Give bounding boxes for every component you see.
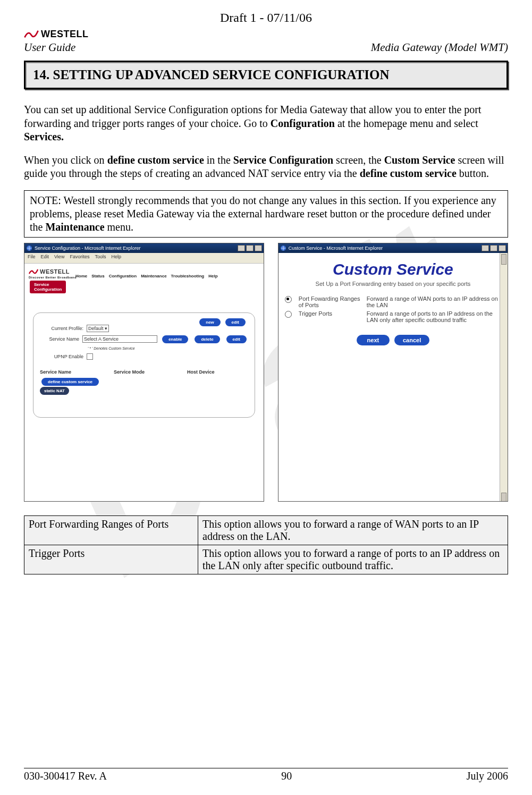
draft-header: Draft 1 - 07/11/06	[24, 11, 508, 25]
window-titlebar: Service Configuration - Microsoft Intern…	[24, 243, 264, 253]
upnp-checkbox[interactable]	[87, 353, 93, 360]
ie-icon	[280, 245, 286, 251]
static-nat-button[interactable]: static NAT	[40, 387, 69, 395]
opt1-desc: Forward a range of WAN ports to an IP ad…	[367, 295, 501, 308]
col-service-mode: Service Mode	[114, 369, 145, 375]
current-profile-select[interactable]: Default ▾	[87, 325, 109, 332]
service-name-label: Service Name	[40, 336, 79, 342]
service-panel: new edit Current Profile: Default ▾ Serv…	[33, 312, 255, 418]
section-title: 14. SETTING UP ADVANCED SERVICE CONFIGUR…	[33, 67, 499, 82]
radio-trigger-ports[interactable]	[285, 311, 292, 318]
top-nav[interactable]: Home Status Configuration Maintenance Tr…	[75, 274, 260, 278]
minimize-icon[interactable]	[482, 245, 489, 251]
cancel-button[interactable]: cancel	[394, 335, 429, 345]
model-label: Media Gateway (Model WMT)	[371, 41, 508, 54]
note-box: NOTE: Westell strongly recommends that y…	[24, 190, 508, 238]
maximize-icon[interactable]	[490, 245, 497, 251]
cell-opt2-name: Trigger Ports	[24, 545, 198, 574]
options-table: Port Forwarding Ranges of Ports This opt…	[24, 515, 508, 574]
page-footer: 030-300417 Rev. A 90 July 2006	[24, 770, 508, 782]
screenshot-service-config: Service Configuration - Microsoft Intern…	[24, 243, 264, 502]
westell-logo: WESTELL	[24, 28, 89, 40]
westell-swoosh-icon	[29, 268, 38, 275]
delete-button[interactable]: delete	[195, 335, 219, 343]
cell-opt2-desc: This option allows you to forward a rang…	[198, 545, 508, 574]
upnp-label: UPNP Enable	[40, 354, 83, 359]
user-guide-label: User Guide	[24, 41, 75, 54]
maximize-icon[interactable]	[246, 245, 254, 251]
cell-opt1-desc: This option allows you to forward a rang…	[198, 515, 508, 545]
enable-button[interactable]: enable	[162, 335, 188, 343]
custom-service-heading: Custom Service	[285, 260, 501, 278]
footer-rule	[24, 768, 508, 768]
tab-service-configuration[interactable]: ServiceConfiguration	[30, 281, 66, 293]
new-button[interactable]: new	[199, 318, 221, 326]
minimize-icon[interactable]	[238, 245, 245, 251]
window-titlebar-2: Custom Service - Microsoft Internet Expl…	[278, 243, 508, 253]
footer-left: 030-300417 Rev. A	[24, 770, 107, 782]
col-host-device: Host Device	[187, 369, 215, 375]
screenshot-custom-service: Custom Service - Microsoft Internet Expl…	[278, 243, 508, 502]
ie-icon	[26, 245, 32, 251]
define-custom-service-button[interactable]: define custom service	[41, 378, 99, 386]
window-title-2: Custom Service - Microsoft Internet Expl…	[289, 246, 383, 251]
radio-port-forwarding[interactable]	[285, 296, 292, 303]
table-row: Port Forwarding Ranges of Ports This opt…	[24, 515, 508, 545]
opt2-desc: Forward a range of ports to an IP addres…	[367, 310, 501, 323]
app-logo: WESTELL Discover Better Broadband	[29, 268, 77, 279]
table-row: Trigger Ports This option allows you to …	[24, 545, 508, 574]
window-title: Service Configuration - Microsoft Intern…	[35, 246, 141, 251]
footer-right: July 2006	[467, 770, 508, 782]
denotes-note: ' * ' Denotes Custom Service	[88, 346, 248, 350]
paragraph-1: You can set up additional Service Config…	[24, 103, 508, 144]
service-name-select[interactable]: Select A Service	[82, 335, 157, 343]
edit-button-2[interactable]: edit	[226, 335, 247, 343]
next-button[interactable]: next	[357, 335, 390, 345]
edit-button[interactable]: edit	[225, 318, 246, 326]
close-icon[interactable]	[499, 245, 506, 251]
opt2-label: Trigger Ports	[299, 310, 362, 323]
section-title-box: 14. SETTING UP ADVANCED SERVICE CONFIGUR…	[24, 61, 508, 89]
westell-swoosh-icon	[24, 28, 39, 40]
close-icon[interactable]	[255, 245, 262, 251]
scroll-down-icon[interactable]	[501, 493, 506, 502]
logo-text: WESTELL	[41, 29, 89, 40]
col-service-name: Service Name	[40, 369, 71, 375]
paragraph-2: When you click on define custom service …	[24, 154, 508, 181]
opt1-label: Port Fowarding Ranges of Ports	[299, 295, 362, 308]
cell-opt1-name: Port Forwarding Ranges of Ports	[24, 515, 198, 545]
ie-menu[interactable]: FileEditViewFavoritesToolsHelp	[24, 253, 264, 264]
scroll-up-icon[interactable]	[501, 254, 506, 265]
vertical-scrollbar[interactable]	[500, 253, 508, 502]
current-profile-label: Current Profile:	[40, 326, 83, 331]
custom-service-subtitle: Set Up a Port Forwarding entry based on …	[285, 281, 501, 287]
footer-page-number: 90	[281, 770, 292, 782]
